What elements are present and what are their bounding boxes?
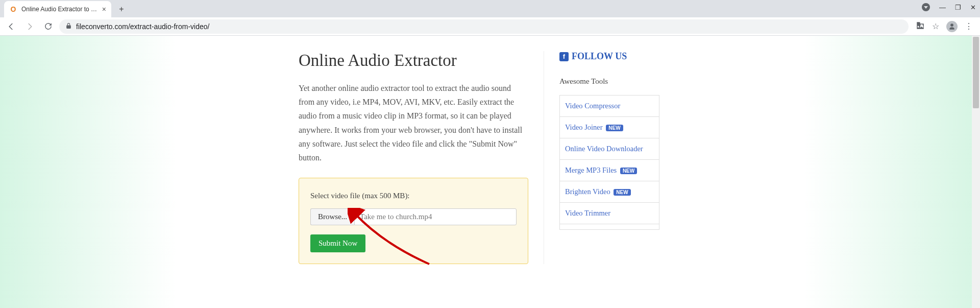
tool-link[interactable]: Video Compressor <box>565 102 620 110</box>
browser-tab[interactable]: O Online Audio Extractor to Extr × <box>4 1 111 17</box>
tool-item[interactable]: Merge MP3 Files NEW <box>560 160 659 181</box>
tools-heading: Awesome Tools <box>559 77 697 86</box>
tool-item[interactable]: Video Trimmer <box>560 203 659 224</box>
page-scrollbar[interactable] <box>972 36 980 308</box>
url-input[interactable]: fileconverto.com/extract-audio-from-vide… <box>59 19 909 34</box>
page-title: Online Audio Extractor <box>299 51 528 70</box>
tool-item[interactable]: Video Compressor <box>560 96 659 117</box>
reload-button[interactable] <box>41 19 55 34</box>
menu-icon[interactable]: ⋮ <box>965 21 973 31</box>
maximize-icon[interactable]: ❐ <box>955 4 961 11</box>
window-controls: — ❐ ✕ <box>922 3 976 11</box>
main-column: Online Audio Extractor Yet another onlin… <box>283 51 544 264</box>
page: Online Audio Extractor Yet another onlin… <box>0 36 980 308</box>
account-icon[interactable] <box>922 3 930 11</box>
page-description: Yet another online audio extractor tool … <box>299 81 528 164</box>
sidebar-column: f FOLLOW US Awesome Tools Video Compress… <box>544 51 697 264</box>
tool-link[interactable]: Online Video Downloader <box>565 145 643 153</box>
tools-list[interactable]: Video CompressorVideo Joiner NEWOnline V… <box>559 95 659 230</box>
tool-item[interactable]: Online Video Downloader <box>560 138 659 160</box>
minimize-icon[interactable]: — <box>939 4 946 11</box>
forward-button[interactable] <box>22 19 37 34</box>
content-container: Online Audio Extractor Yet another onlin… <box>283 36 697 285</box>
tool-item[interactable]: Video Joiner NEW <box>560 117 659 138</box>
tab-bar: O Online Audio Extractor to Extr × + — ❐… <box>0 0 980 17</box>
favicon-icon: O <box>9 5 17 13</box>
new-badge: NEW <box>606 125 623 131</box>
new-tab-button[interactable]: + <box>114 2 129 16</box>
tool-link[interactable]: Merge MP3 Files <box>565 166 617 174</box>
file-input-row: Browse... Take me to church.mp4 <box>310 208 517 225</box>
upload-label: Select video file (max 500 MB): <box>310 192 517 200</box>
tool-link[interactable]: Video Joiner <box>565 123 603 131</box>
tab-title: Online Audio Extractor to Extr <box>21 6 98 13</box>
close-window-icon[interactable]: ✕ <box>970 4 976 11</box>
scrollbar-thumb[interactable] <box>973 37 979 108</box>
translate-icon[interactable] <box>916 21 925 32</box>
tool-link[interactable]: Brighten Video <box>565 187 610 196</box>
bookmark-icon[interactable]: ☆ <box>932 21 939 31</box>
follow-us-label: FOLLOW US <box>572 51 627 62</box>
browser-chrome: O Online Audio Extractor to Extr × + — ❐… <box>0 0 980 36</box>
upload-panel: Select video file (max 500 MB): Browse..… <box>299 178 528 264</box>
submit-button[interactable]: Submit Now <box>310 234 365 252</box>
browse-button[interactable]: Browse... <box>310 208 354 225</box>
toolbar-right: ☆ ⋮ <box>913 21 976 32</box>
back-button[interactable] <box>4 19 18 34</box>
facebook-icon: f <box>559 52 569 61</box>
tool-item[interactable]: Brighten Video NEW <box>560 181 659 203</box>
lock-icon <box>65 22 72 31</box>
close-tab-icon[interactable]: × <box>102 5 106 13</box>
follow-us-link[interactable]: f FOLLOW US <box>559 51 697 62</box>
address-bar: fileconverto.com/extract-audio-from-vide… <box>0 17 980 36</box>
new-badge: NEW <box>614 189 630 196</box>
new-badge: NEW <box>620 168 637 174</box>
tool-link[interactable]: Video Trimmer <box>565 209 610 217</box>
file-name-display[interactable]: Take me to church.mp4 <box>354 208 517 225</box>
url-text: fileconverto.com/extract-audio-from-vide… <box>76 22 209 31</box>
profile-avatar[interactable] <box>946 21 958 32</box>
